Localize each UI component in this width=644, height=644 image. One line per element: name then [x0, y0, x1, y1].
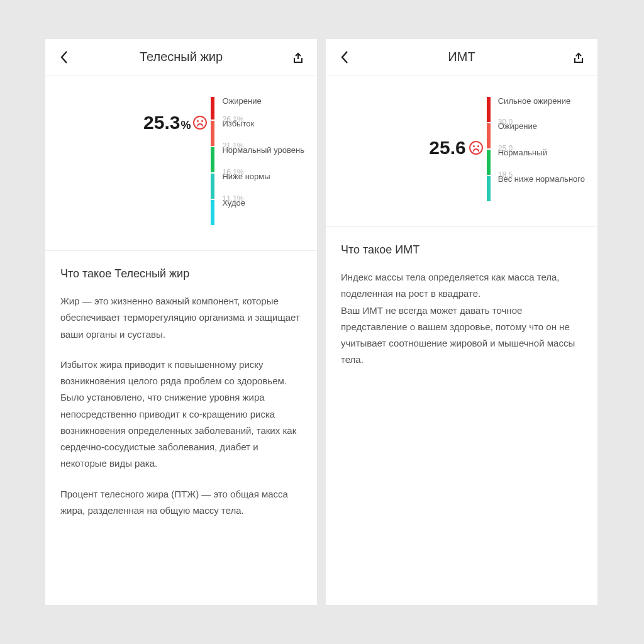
scale-segment	[487, 123, 491, 148]
value-wrap: 25.3 %	[143, 113, 207, 132]
metric-value: 25.3 %	[143, 113, 191, 132]
info-section: Что такое ИМТ Индекс массы тела определя…	[326, 227, 597, 399]
threshold-label: 11.1%	[222, 195, 304, 203]
share-icon	[572, 51, 585, 64]
scale-segment	[211, 147, 214, 172]
color-scale	[211, 97, 214, 225]
info-section: Что такое Телесный жир Жир — это жизненн…	[45, 251, 317, 549]
chart-value-col: 25.6	[326, 97, 487, 201]
threshold-label: 26.1%	[222, 116, 304, 123]
screen-bmi: ИМТ 25.6 Сильное ожирение30.0Ожирение25.…	[326, 39, 597, 605]
threshold-label: 21.1%	[222, 142, 304, 150]
scale-segment	[211, 174, 214, 199]
share-icon	[292, 51, 304, 64]
scale-col: Сильное ожирение30.0Ожирение25.0Нормальн…	[487, 97, 585, 201]
scale-segment	[211, 97, 214, 119]
scale-label-row: Сильное ожирение30.0	[498, 97, 585, 122]
threshold-label: 25.0	[498, 145, 585, 152]
chart-area: 25.6 Сильное ожирение30.0Ожирение25.0Нор…	[326, 75, 597, 227]
metric-value: 25.6	[429, 138, 466, 157]
info-heading: Что такое Телесный жир	[60, 267, 302, 280]
scale-col: Ожирение26.1%Избыток21.1%Нормальный уров…	[211, 97, 304, 225]
screen-body-fat: Телесный жир 25.3 % Ожирение26.1%Избыток…	[45, 39, 317, 605]
chart-area: 25.3 % Ожирение26.1%Избыток21.1%Нормальн…	[45, 75, 317, 251]
value-wrap: 25.6	[429, 138, 482, 157]
info-body: Индекс массы тела определяется как масса…	[341, 269, 582, 369]
info-paragraph: Жир — это жизненно важный компонент, кот…	[60, 293, 302, 343]
info-paragraph: Индекс массы тела определяется как масса…	[341, 269, 582, 369]
color-scale	[487, 97, 491, 201]
chevron-left-icon	[340, 50, 349, 64]
page-title: Телесный жир	[73, 50, 289, 64]
info-heading: Что такое ИМТ	[341, 243, 582, 257]
scale-segment	[487, 150, 491, 175]
share-button[interactable]	[289, 48, 307, 66]
back-button[interactable]	[55, 48, 73, 66]
info-paragraph: Избыток жира приводит к повышенному риск…	[60, 357, 302, 472]
scale-label-row: Ожирение26.1%	[222, 97, 304, 119]
scale-segment	[487, 97, 491, 122]
scale-segment	[487, 176, 491, 201]
sad-face-icon	[193, 116, 207, 130]
header: ИМТ	[326, 39, 597, 75]
category-label: Ожирение	[222, 97, 304, 105]
metric-number: 25.3	[143, 113, 180, 132]
info-paragraph: Процент телесного жира (ПТЖ) — это общая…	[60, 486, 302, 519]
chart-value-col: 25.3 %	[45, 97, 211, 225]
page-title: ИМТ	[353, 50, 570, 64]
metric-unit: %	[180, 119, 191, 131]
back-button[interactable]	[336, 48, 353, 66]
scale-labels: Ожирение26.1%Избыток21.1%Нормальный уров…	[222, 97, 304, 225]
sad-face-icon	[469, 141, 483, 155]
scale-segment	[211, 121, 214, 146]
scale-labels: Сильное ожирение30.0Ожирение25.0Нормальн…	[498, 97, 585, 201]
category-label: Сильное ожирение	[498, 97, 585, 105]
share-button[interactable]	[570, 48, 587, 66]
info-body: Жир — это жизненно важный компонент, кот…	[60, 293, 302, 519]
header: Телесный жир	[45, 39, 317, 75]
threshold-label: 16.1%	[222, 169, 304, 176]
chevron-left-icon	[60, 50, 69, 64]
threshold-label: 30.0	[498, 118, 585, 126]
threshold-label: 18.5	[498, 171, 585, 179]
metric-number: 25.6	[429, 138, 465, 157]
scale-segment	[211, 200, 214, 225]
